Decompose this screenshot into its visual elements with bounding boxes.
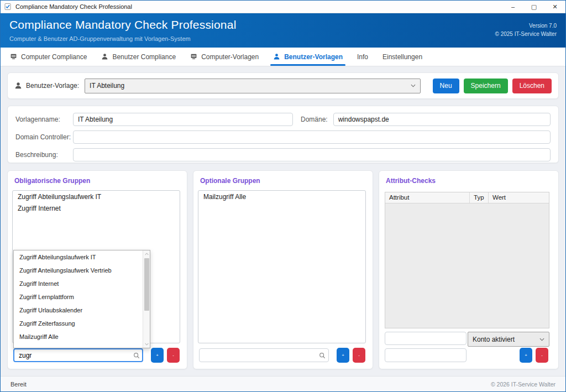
mandatory-groups-panel: Obligatorische Gruppen Zugriff Abteilung… — [7, 170, 187, 369]
tab-label: Benutzer Compliance — [112, 53, 176, 61]
remove-attribute-button[interactable]: - — [536, 348, 548, 363]
form-row-domain-controller: Domain Controller: — [15, 130, 551, 144]
add-mandatory-group-button[interactable]: + — [151, 348, 164, 363]
optional-groups-list: Mailzugriff Alle — [198, 190, 366, 343]
delete-template-button[interactable]: Löschen — [512, 79, 552, 93]
app-title: Compliance Mandatory Check Professional — [9, 18, 237, 32]
column-header-typ[interactable]: Typ — [470, 192, 489, 203]
suggestion-item[interactable]: Mailzugriff Alle — [14, 330, 150, 343]
scrollbar-thumb[interactable] — [144, 258, 149, 311]
group-suggestions-dropdown: Zugriff Abteilungslaufwerk IT Zugriff An… — [13, 250, 150, 348]
status-bar: Bereit © 2026 IT-Service Walter — [1, 376, 565, 391]
template-select-label: Benutzer-Vorlage: — [26, 82, 79, 90]
tab-info[interactable]: Info — [350, 48, 375, 66]
suggestion-item[interactable]: Zugriff Anteilungslaufwerk Vertrieb — [14, 264, 150, 277]
form-row-beschreibung: Beschreibung: — [15, 148, 551, 161]
search-icon — [319, 352, 326, 359]
domaene-input[interactable] — [333, 113, 551, 126]
scroll-down-icon[interactable] — [143, 341, 150, 348]
column-header-attribut[interactable]: Attribut — [385, 192, 470, 203]
template-select[interactable]: IT Abteilung — [85, 79, 421, 93]
close-button[interactable]: ✕ — [544, 1, 565, 13]
add-optional-group-button[interactable]: + — [337, 348, 349, 363]
remove-optional-group-button[interactable]: - — [353, 348, 365, 363]
attribute-entry-row: Konto aktiviert — [385, 332, 549, 346]
template-select-value: IT Abteilung — [90, 82, 411, 90]
suggestion-item[interactable]: Zugriff Internet — [14, 277, 150, 290]
suggestion-item[interactable]: Zugriff Zeiterfassung — [14, 317, 150, 330]
domaene-label: Domäne: — [301, 116, 328, 123]
maximize-button[interactable]: ▢ — [523, 1, 544, 13]
app-subtitle: Computer & Benutzer AD-Gruppenverwaltung… — [9, 35, 191, 42]
chevron-down-icon — [411, 84, 416, 87]
add-attribute-button[interactable]: + — [520, 348, 532, 363]
save-template-button[interactable]: Speichern — [464, 79, 508, 93]
form-row-name-domain: Vorlagenname: Domäne: — [15, 113, 551, 126]
mandatory-group-search-input[interactable] — [13, 348, 143, 362]
app-icon — [4, 3, 12, 11]
user-icon — [273, 53, 280, 60]
optional-groups-panel: Optionale Gruppen Mailzugriff Alle + - — [193, 170, 373, 369]
version-block: Version 7.0 © 2025 IT-Service Walter — [495, 22, 557, 38]
remove-mandatory-group-button[interactable]: - — [167, 348, 180, 363]
list-item[interactable]: Zugriff Internet — [13, 202, 180, 214]
attribute-checks-title: Attribut-Checks — [386, 177, 436, 185]
mandatory-groups-title: Obligatorische Gruppen — [14, 177, 90, 185]
tab-label: Computer-Vorlagen — [201, 53, 259, 61]
tab-computer-compliance[interactable]: Computer Compliance — [3, 48, 94, 66]
footer-copyright: © 2026 IT-Service Walter — [491, 381, 555, 388]
chevron-down-icon — [539, 338, 544, 341]
version-text: Version 7.0 — [495, 22, 557, 30]
window-controls: – ▢ ✕ — [502, 1, 565, 13]
tab-label: Computer Compliance — [21, 53, 87, 61]
new-template-button[interactable]: Neu — [433, 79, 459, 93]
os-titlebar: Compliance Mandatory Check Professional … — [1, 1, 565, 13]
beschreibung-label: Beschreibung: — [15, 151, 73, 159]
template-form-card: Vorlagenname: Domäne: Domain Controller:… — [7, 106, 559, 163]
search-icon — [133, 352, 140, 359]
dropdown-scrollbar[interactable] — [143, 250, 150, 348]
suggestion-item[interactable]: Zugriff Lernplattform — [14, 290, 150, 304]
attribute-type-value: Konto aktiviert — [473, 336, 539, 343]
user-icon — [101, 53, 108, 60]
app-window: Compliance Mandatory Check Professional … — [0, 0, 566, 392]
domain-controller-label: Domain Controller: — [15, 133, 73, 141]
domain-controller-input[interactable] — [73, 130, 551, 144]
header-copyright: © 2025 IT-Service Walter — [495, 30, 557, 39]
tab-einstellungen[interactable]: Einstellungen — [375, 48, 429, 66]
suggestion-item[interactable]: Mailzugriff Buchhaltung — [14, 343, 150, 348]
attribute-table-header: Attribut Typ Wert — [385, 192, 549, 203]
column-header-wert[interactable]: Wert — [489, 192, 549, 203]
minimize-button[interactable]: – — [502, 1, 523, 13]
tab-benutzer-compliance[interactable]: Benutzer Compliance — [94, 48, 183, 66]
suggestion-item[interactable]: Zugriff Urlaubskalender — [14, 304, 150, 317]
vorlagenname-label: Vorlagenname: — [15, 116, 73, 123]
tab-label: Info — [357, 53, 368, 61]
user-icon — [14, 82, 22, 90]
list-item[interactable]: Mailzugriff Alle — [198, 191, 365, 202]
optional-group-search-input[interactable] — [199, 348, 329, 362]
computer-icon — [190, 53, 197, 60]
scroll-up-icon[interactable] — [143, 250, 150, 258]
tab-benutzer-vorlagen[interactable]: Benutzer-Vorlagen — [266, 48, 350, 66]
attribute-type-select[interactable]: Konto aktiviert — [468, 332, 549, 347]
beschreibung-input[interactable] — [73, 148, 551, 161]
window-title: Compliance Mandatory Check Professional — [15, 3, 502, 10]
attribute-value-input[interactable] — [385, 348, 467, 362]
attribute-checks-table: Attribut Typ Wert — [385, 192, 549, 328]
vorlagenname-input[interactable] — [73, 113, 293, 126]
tab-bar: Computer Compliance Benutzer Compliance … — [1, 48, 565, 66]
panels-row: Obligatorische Gruppen Zugriff Abteilung… — [7, 170, 559, 369]
list-item[interactable]: Zugriff Abteilungslaufwerk IT — [13, 191, 180, 202]
mandatory-groups-toolbar: + - — [13, 348, 180, 363]
tab-computer-vorlagen[interactable]: Computer-Vorlagen — [183, 48, 266, 66]
optional-groups-title: Optionale Gruppen — [200, 177, 260, 185]
optional-groups-toolbar: + - — [199, 348, 365, 363]
attribute-name-input[interactable] — [385, 332, 467, 345]
attribute-checks-panel: Attribut-Checks Attribut Typ Wert Konto … — [379, 170, 559, 369]
tab-label: Benutzer-Vorlagen — [284, 53, 343, 61]
attribute-value-row: + - — [385, 348, 548, 363]
optional-group-search — [199, 348, 329, 362]
tab-label: Einstellungen — [382, 53, 422, 61]
suggestion-item[interactable]: Zugriff Abteilungslaufwerk IT — [14, 250, 150, 264]
